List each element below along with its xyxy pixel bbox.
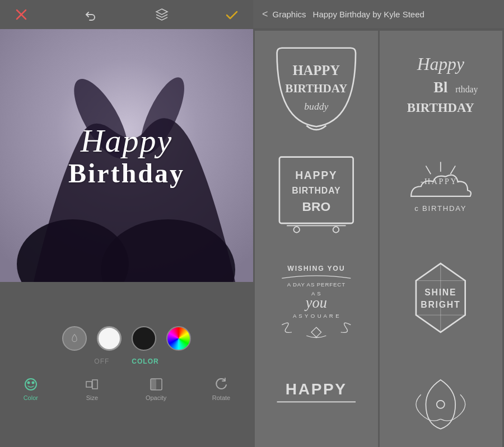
layers-button[interactable] [152, 4, 172, 25]
color-label: COLOR [132, 357, 158, 365]
svg-rect-12 [92, 380, 97, 389]
graphic-5-svg: WISHING YOU A DAY AS PERFECT A S you A S… [267, 251, 366, 350]
svg-point-8 [25, 379, 36, 390]
graphic-cell-8[interactable]: + [380, 343, 503, 447]
tab-size[interactable]: Size [84, 377, 100, 401]
right-header: < Graphics Happy Birthday by Kyle Steed [253, 0, 504, 29]
layers-icon [155, 7, 169, 22]
close-icon [15, 8, 27, 21]
confirm-button[interactable] [222, 4, 242, 25]
tab-opacity-label: Opacity [146, 394, 166, 401]
undo-button[interactable] [81, 4, 101, 25]
color-tab-icon [23, 377, 39, 392]
svg-text:you: you [304, 295, 327, 311]
tab-color-label: Color [24, 394, 38, 401]
breadcrumb-title: Happy Birthday by Kyle Steed [313, 10, 424, 19]
tab-rotate[interactable]: Rotate [212, 377, 230, 401]
graphic-8-svg [391, 355, 490, 447]
svg-point-48 [437, 401, 445, 408]
breadcrumb: Graphics Happy Birthday by Kyle Steed [273, 10, 424, 19]
svg-text:BRO: BRO [302, 199, 330, 214]
svg-rect-11 [86, 382, 92, 387]
background-svg [0, 29, 253, 282]
left-toolbar [0, 0, 253, 29]
tab-opacity[interactable]: Opacity [146, 377, 166, 401]
graphic-2-svg: Happy Bl rthday BIRTHDAY [391, 43, 490, 142]
svg-rect-14 [151, 379, 156, 390]
svg-point-10 [31, 381, 34, 384]
svg-point-28 [333, 227, 339, 233]
back-button[interactable]: < [262, 8, 268, 20]
svg-text:A DAY AS PERFECT: A DAY AS PERFECT [287, 281, 346, 288]
graphic-cell-7[interactable]: HAPPY + [255, 343, 378, 447]
svg-line-30 [451, 166, 456, 174]
svg-marker-2 [156, 9, 167, 15]
svg-text:A S  Y O U  A R E: A S Y O U A R E [293, 312, 340, 318]
breadcrumb-section: Graphics [273, 10, 306, 19]
svg-text:HAPPY: HAPPY [295, 170, 337, 181]
tab-size-label: Size [86, 394, 98, 401]
canvas-area: Happy Birthday [0, 29, 253, 282]
svg-point-27 [293, 227, 300, 233]
bottom-controls: OFF COLOR Color [0, 282, 253, 447]
off-label: OFF [94, 357, 109, 365]
svg-text:SHINE: SHINE [425, 288, 457, 297]
color-white-button[interactable] [97, 326, 122, 351]
check-icon [225, 8, 239, 21]
svg-text:c BIRTHDAY: c BIRTHDAY [415, 204, 467, 213]
size-tab-icon [84, 377, 100, 392]
color-row [62, 326, 191, 351]
tab-rotate-label: Rotate [212, 394, 230, 401]
close-button[interactable] [11, 4, 31, 25]
graphic-4-svg: -HAPPY- c BIRTHDAY [391, 147, 490, 246]
graphics-grid: HAPPY BIRTHDAY buddy + Happy Bl rthday B… [253, 29, 504, 447]
opacity-tab-icon [148, 377, 164, 392]
svg-line-31 [426, 166, 431, 174]
svg-text:BIRTHDAY: BIRTHDAY [292, 186, 340, 195]
graphic-6-svg: SHINE BRIGHT [391, 251, 490, 350]
graphic-7-svg: HAPPY [267, 355, 366, 447]
color-transparent-button[interactable] [62, 326, 87, 351]
canvas-photo: Happy Birthday [0, 29, 253, 282]
graphic-3-svg: HAPPY BIRTHDAY BRO [267, 147, 366, 246]
bottom-tabs: Color Size Opacity [0, 372, 253, 403]
svg-text:rthday: rthday [456, 84, 478, 95]
color-black-button[interactable] [132, 326, 156, 351]
color-rainbow-button[interactable] [166, 326, 191, 351]
svg-text:HAPPY: HAPPY [286, 380, 347, 398]
right-panel: < Graphics Happy Birthday by Kyle Steed … [253, 0, 504, 447]
color-labels: OFF COLOR [94, 357, 158, 365]
svg-text:BIRTHDAY: BIRTHDAY [407, 101, 475, 115]
tab-color[interactable]: Color [23, 377, 39, 401]
svg-text:Happy: Happy [417, 54, 465, 74]
undo-icon [85, 8, 98, 21]
rotate-tab-icon [213, 377, 229, 392]
left-panel: Happy Birthday OFF COLOR [0, 0, 253, 447]
svg-text:buddy: buddy [304, 100, 328, 111]
svg-point-9 [27, 381, 30, 384]
svg-text:WISHING YOU: WISHING YOU [287, 265, 345, 272]
svg-text:BRIGHT: BRIGHT [421, 300, 461, 309]
droplet-icon [69, 333, 80, 344]
svg-text:BIRTHDAY: BIRTHDAY [285, 82, 347, 95]
svg-text:HAPPY: HAPPY [292, 63, 340, 78]
svg-text:Bl: Bl [434, 79, 448, 96]
graphic-1-svg: HAPPY BIRTHDAY buddy [267, 43, 366, 142]
svg-marker-39 [311, 327, 321, 337]
